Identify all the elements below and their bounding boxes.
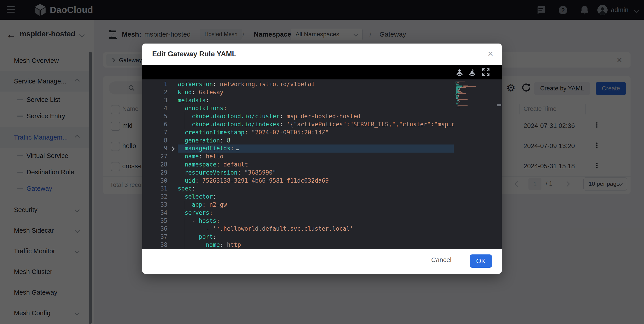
indent-guide — [192, 233, 192, 241]
minimap-line — [456, 102, 457, 103]
indent-guide — [185, 233, 185, 241]
code-text: port: — [178, 233, 454, 241]
minimap-line — [457, 82, 459, 82]
fold-chevron-right-icon[interactable] — [170, 147, 174, 151]
code-text: name: http — [178, 241, 454, 249]
line-number: 32 — [142, 193, 168, 201]
line-number: 29 — [142, 169, 168, 177]
minimap-line — [459, 91, 461, 92]
minimap-line — [457, 106, 458, 107]
code-text: - hosts: — [178, 217, 454, 225]
code-text: - '*.helloworld.default.svc.cluster.loca… — [178, 225, 454, 233]
code-line-31: 31spec: — [142, 185, 454, 193]
code-line-2: 2kind: Gateway — [142, 88, 454, 96]
line-number: 30 — [142, 177, 168, 185]
minimap-line — [456, 93, 457, 94]
minimap-line — [459, 98, 459, 99]
minimap-line — [459, 88, 459, 89]
modal-title: Edit Gateway Rule YAML — [152, 50, 236, 58]
code-line-36: 36 - '*.helloworld.default.svc.cluster.l… — [142, 225, 454, 233]
minimap-line — [460, 92, 460, 93]
fold-gutter — [168, 144, 178, 152]
fold-gutter — [168, 225, 178, 233]
code-text: resourceVersion: "3685990" — [178, 169, 454, 177]
code-line-34: 34 servers: — [142, 209, 454, 217]
code-text: namespace: default — [178, 161, 454, 169]
minimap-line — [456, 98, 458, 98]
code-line-35: 35 - hosts: — [142, 217, 454, 225]
indent-guide — [192, 241, 192, 249]
code-text: annotations: — [178, 104, 454, 112]
fold-gutter — [168, 201, 178, 209]
fold-gutter — [168, 169, 178, 177]
minimap-line — [458, 96, 459, 97]
fold-gutter — [168, 217, 178, 225]
fold-gutter — [168, 161, 178, 169]
code-line-5: 5 ckube.daocloud.io/cluster: mspider-hos… — [142, 112, 454, 120]
modal-header: Edit Gateway Rule YAML × — [142, 44, 502, 65]
fold-gutter — [168, 137, 178, 145]
fold-gutter — [168, 80, 178, 88]
minimap-line — [459, 104, 459, 105]
minimap-line — [458, 104, 458, 104]
minimap-line — [459, 102, 460, 102]
minimap-line — [458, 100, 459, 101]
line-number: 27 — [142, 152, 168, 161]
line-number: 38 — [142, 241, 168, 249]
indent-guide — [192, 225, 192, 233]
fold-gutter — [168, 152, 178, 161]
fullscreen-icon[interactable] — [482, 68, 490, 77]
yaml-code-editor[interactable]: 1apiVersion: networking.istio.io/v1beta1… — [142, 80, 502, 249]
minimap-line — [457, 93, 457, 94]
minimap-line — [460, 89, 460, 90]
line-number: 4 — [142, 104, 168, 112]
cancel-button[interactable]: Cancel — [431, 256, 452, 264]
line-number: 33 — [142, 201, 168, 209]
code-line-27: 27 name: hello — [142, 152, 454, 161]
modal-footer: Cancel OK — [142, 249, 502, 274]
minimap-line — [458, 106, 459, 107]
minimap-line — [456, 87, 460, 88]
minimap-line — [458, 100, 468, 100]
code-line-7: 7 creationTimestamp: "2024-07-09T05:20:1… — [142, 128, 454, 137]
edit-yaml-modal: Edit Gateway Rule YAML × 1apiVersion: ne… — [142, 44, 502, 274]
minimap-line — [458, 100, 458, 100]
line-number: 28 — [142, 161, 168, 169]
code-line-29: 29 resourceVersion: "3685990" — [142, 169, 454, 177]
code-line-33: 33 app: n2-gw — [142, 201, 454, 209]
minimap-line — [456, 91, 458, 92]
fold-gutter — [168, 185, 178, 193]
line-number: 1 — [142, 80, 168, 88]
minimap-line — [459, 108, 460, 108]
code-line-6: 6 ckube.daocloud.io/indexes: '{"activePo… — [142, 120, 454, 128]
minimap-line — [456, 89, 459, 90]
minimap-line — [458, 102, 458, 103]
code-text: apiVersion: networking.istio.io/v1beta1 — [178, 80, 454, 88]
indent-guide — [185, 201, 185, 209]
ok-button[interactable]: OK — [470, 254, 492, 268]
modal-close-icon[interactable]: × — [488, 48, 493, 59]
minimap-line — [458, 108, 458, 108]
minimap-line — [460, 87, 461, 88]
download-icon[interactable] — [468, 68, 476, 77]
minimap-line — [457, 90, 458, 91]
minimap-line — [463, 86, 463, 86]
line-number: 35 — [142, 217, 168, 225]
code-line-32: 32 selector: — [142, 193, 454, 201]
indent-guide — [185, 217, 185, 225]
fold-gutter — [168, 120, 178, 128]
editor-scrollbar[interactable] — [496, 80, 502, 249]
code-line-4: 4 annotations: — [142, 104, 454, 112]
upload-icon[interactable] — [455, 68, 464, 77]
code-text: metadata: — [178, 96, 454, 104]
fold-gutter — [168, 193, 178, 201]
minimap-line — [456, 94, 456, 95]
editor-minimap[interactable] — [454, 80, 496, 249]
minimap-line — [459, 102, 459, 102]
minimap-line — [459, 81, 465, 82]
editor-scrollbar-thumb[interactable] — [497, 104, 501, 106]
line-number: 37 — [142, 233, 168, 241]
minimap-line — [457, 82, 457, 82]
line-number: 34 — [142, 209, 168, 217]
minimap-line — [456, 92, 460, 93]
